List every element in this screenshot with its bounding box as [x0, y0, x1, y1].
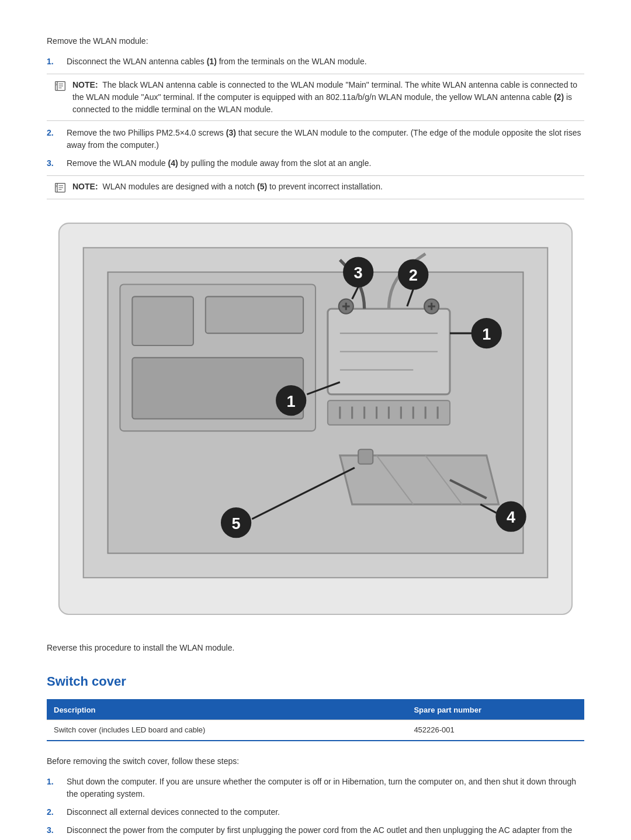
note-icon-2	[54, 181, 67, 194]
step-number-3: 3.	[47, 157, 64, 170]
step-num-3: 3.	[47, 824, 64, 836]
svg-rect-13	[206, 296, 303, 333]
step-num-1: 1.	[47, 776, 64, 788]
step-item-3: 3. Disconnect the power from the compute…	[47, 824, 584, 840]
note-box-2: NOTE: WLAN modules are designed with a n…	[47, 175, 584, 199]
svg-text:4: 4	[507, 508, 515, 526]
svg-rect-25	[358, 450, 373, 464]
svg-text:1: 1	[287, 392, 296, 410]
step-number-1: 1.	[47, 56, 64, 68]
note-box-1: NOTE: The black WLAN antenna cable is co…	[47, 74, 584, 121]
table-row-1-part: 452226-001	[407, 720, 584, 741]
step-text-1: Shut down the computer. If you are unsur…	[67, 776, 584, 800]
note-icon-1	[54, 79, 67, 92]
table-row-1-desc: Switch cover (includes LED board and cab…	[47, 720, 407, 741]
table-col-part-number: Spare part number	[407, 700, 584, 720]
section-heading: Switch cover	[47, 672, 584, 691]
step-text-3: Disconnect the power from the computer b…	[67, 824, 584, 840]
svg-rect-12	[132, 296, 193, 345]
svg-rect-14	[132, 358, 303, 419]
step-item-1: 1. Shut down the computer. If you are un…	[47, 776, 584, 800]
parts-table: Description Spare part number Switch cov…	[47, 699, 584, 741]
note-label-1: NOTE:	[72, 80, 98, 89]
svg-text:1: 1	[482, 325, 491, 343]
svg-text:5: 5	[232, 514, 241, 533]
table-row-1: Switch cover (includes LED board and cab…	[47, 720, 584, 741]
note-text-1: NOTE: The black WLAN antenna cable is co…	[72, 79, 577, 116]
wlan-step-2: 2. Remove the two Phillips PM2.5×4.0 scr…	[47, 127, 584, 151]
intro-text: Remove the WLAN module:	[47, 35, 584, 47]
note-text-2: NOTE: WLAN modules are designed with a n…	[72, 181, 577, 193]
note-label-2: NOTE:	[72, 182, 98, 191]
wlan-steps-list: 1. Disconnect the WLAN antenna cables (1…	[47, 56, 584, 68]
step-num-2: 2.	[47, 806, 64, 818]
svg-text:2: 2	[409, 266, 418, 284]
step-content-3: Remove the WLAN module (4) by pulling th…	[67, 157, 584, 170]
table-col-description: Description	[47, 700, 407, 720]
step-item-2: 2. Disconnect all external devices conne…	[47, 806, 584, 818]
reverse-text: Reverse this procedure to install the WL…	[47, 642, 584, 654]
wlan-diagram: 1 1 2 3 4 5	[47, 211, 584, 630]
steps-list: 1. Shut down the computer. If you are un…	[47, 776, 584, 840]
wlan-steps-list-2: 2. Remove the two Phillips PM2.5×4.0 scr…	[47, 127, 584, 170]
table-header-row: Description Spare part number	[47, 700, 584, 720]
wlan-step-3: 3. Remove the WLAN module (4) by pulling…	[47, 157, 584, 170]
wlan-step-1: 1. Disconnect the WLAN antenna cables (1…	[47, 56, 584, 68]
before-steps-text: Before removing the switch cover, follow…	[47, 755, 584, 768]
step-content-1: Disconnect the WLAN antenna cables (1) f…	[67, 56, 584, 68]
svg-text:3: 3	[354, 264, 363, 282]
step-text-2: Disconnect all external devices connecte…	[67, 806, 584, 818]
step-content-2: Remove the two Phillips PM2.5×4.0 screws…	[67, 127, 584, 151]
step-number-2: 2.	[47, 127, 64, 139]
